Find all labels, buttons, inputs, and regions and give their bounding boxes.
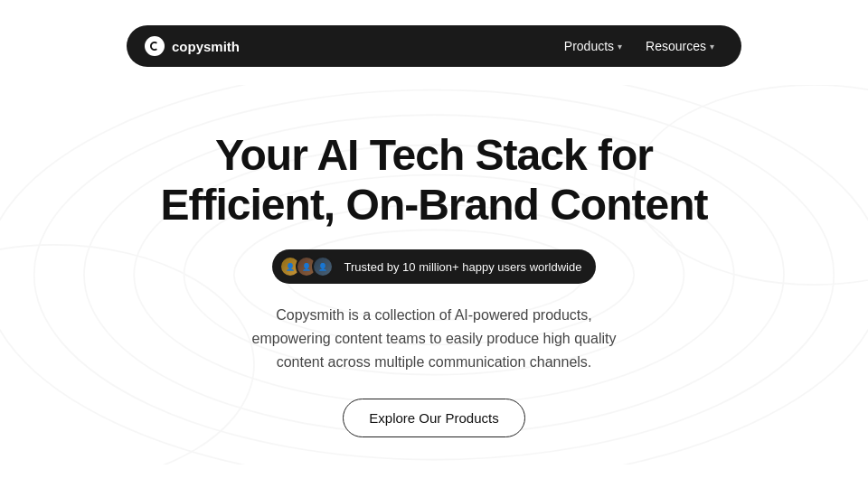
resources-chevron-icon: ▾ bbox=[710, 42, 714, 52]
explore-button[interactable]: Explore Our Products bbox=[343, 399, 524, 437]
hero-content: Your AI Tech Stack for Efficient, On-Bra… bbox=[18, 130, 850, 437]
logo-icon bbox=[145, 36, 165, 56]
trust-badge: 👤 👤 👤 Trusted by 10 million+ happy users… bbox=[272, 249, 597, 284]
hero-description: Copysmith is a collection of AI-powered … bbox=[244, 304, 624, 373]
avatar-group: 👤 👤 👤 bbox=[279, 256, 334, 277]
avatar: 👤 bbox=[312, 256, 334, 277]
main-nav: copysmith Products ▾ Resources ▾ bbox=[127, 25, 741, 67]
resources-menu[interactable]: Resources ▾ bbox=[637, 34, 723, 58]
hero-title: Your AI Tech Stack for Efficient, On-Bra… bbox=[18, 130, 850, 230]
products-menu[interactable]: Products ▾ bbox=[555, 34, 631, 58]
logo-svg bbox=[148, 40, 161, 52]
nav-links: Products ▾ Resources ▾ bbox=[555, 34, 723, 58]
products-chevron-icon: ▾ bbox=[618, 42, 622, 52]
logo[interactable]: copysmith bbox=[145, 36, 240, 56]
hero-section: Your AI Tech Stack for Efficient, On-Bra… bbox=[0, 85, 868, 465]
